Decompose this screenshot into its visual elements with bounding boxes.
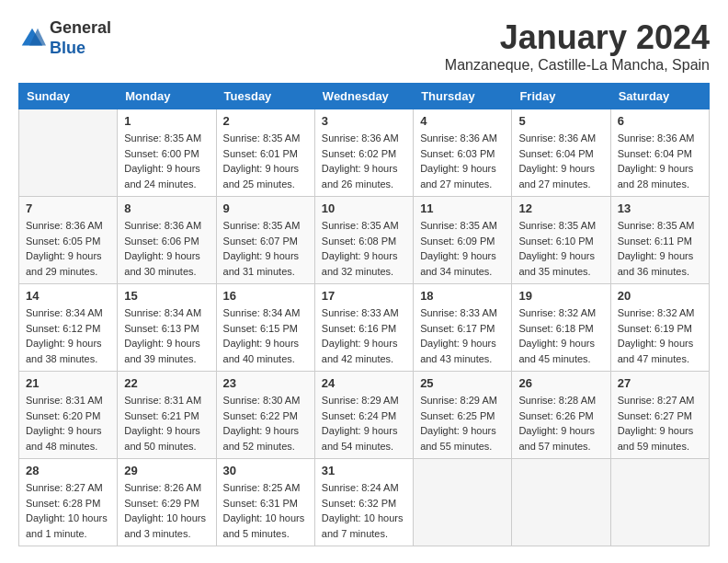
sunrise-text: Sunrise: 8:34 AM (26, 307, 103, 318)
calendar-cell: 7 Sunrise: 8:36 AM Sunset: 6:05 PM Dayli… (19, 197, 118, 284)
sunrise-text: Sunrise: 8:25 AM (223, 482, 301, 493)
calendar-week-row: 14 Sunrise: 8:34 AM Sunset: 6:12 PM Dayl… (19, 284, 710, 372)
logo: General Blue (18, 18, 111, 58)
sunset-text: Sunset: 6:05 PM (26, 236, 100, 247)
day-number: 23 (223, 376, 308, 390)
sunset-text: Sunset: 6:27 PM (618, 410, 692, 421)
day-info: Sunrise: 8:34 AM Sunset: 6:13 PM Dayligh… (124, 305, 209, 366)
sunset-text: Sunset: 6:19 PM (618, 323, 692, 334)
day-info: Sunrise: 8:34 AM Sunset: 6:12 PM Dayligh… (26, 305, 110, 366)
sunset-text: Sunset: 6:16 PM (322, 323, 396, 334)
day-info: Sunrise: 8:32 AM Sunset: 6:19 PM Dayligh… (618, 305, 702, 366)
day-info: Sunrise: 8:35 AM Sunset: 6:09 PM Dayligh… (420, 218, 505, 279)
calendar-cell: 15 Sunrise: 8:34 AM Sunset: 6:13 PM Dayl… (118, 284, 216, 372)
calendar-cell (512, 459, 610, 546)
sunrise-text: Sunrise: 8:36 AM (518, 132, 596, 144)
daylight-text: Daylight: 9 hours and 27 minutes. (518, 163, 595, 190)
day-number: 4 (420, 114, 505, 128)
daylight-text: Daylight: 9 hours and 29 minutes. (26, 250, 102, 277)
sunrise-text: Sunrise: 8:35 AM (420, 220, 497, 231)
daylight-text: Daylight: 9 hours and 57 minutes. (518, 425, 595, 452)
daylight-text: Daylight: 9 hours and 54 minutes. (322, 425, 398, 452)
day-number: 3 (322, 114, 406, 128)
sunrise-text: Sunrise: 8:33 AM (420, 307, 497, 318)
day-number: 31 (322, 464, 406, 477)
calendar-cell (610, 459, 709, 546)
day-number: 5 (518, 114, 603, 128)
sunset-text: Sunset: 6:29 PM (124, 498, 199, 509)
sunrise-text: Sunrise: 8:35 AM (618, 220, 695, 231)
weekday-header: Thursday (414, 84, 512, 109)
daylight-text: Daylight: 9 hours and 48 minutes. (26, 425, 102, 452)
sunset-text: Sunset: 6:09 PM (420, 236, 495, 247)
sunrise-text: Sunrise: 8:35 AM (124, 132, 201, 144)
daylight-text: Daylight: 9 hours and 34 minutes. (420, 250, 496, 277)
sunrise-text: Sunrise: 8:36 AM (322, 132, 399, 144)
sunrise-text: Sunrise: 8:28 AM (518, 395, 596, 406)
day-info: Sunrise: 8:35 AM Sunset: 6:07 PM Dayligh… (223, 218, 308, 279)
sunset-text: Sunset: 6:21 PM (124, 410, 199, 421)
daylight-text: Daylight: 9 hours and 38 minutes. (26, 338, 102, 364)
day-number: 14 (26, 289, 110, 303)
calendar-cell (414, 459, 512, 546)
sunset-text: Sunset: 6:08 PM (322, 236, 396, 247)
weekday-header: Sunday (19, 84, 118, 109)
daylight-text: Daylight: 9 hours and 25 minutes. (223, 163, 300, 190)
day-number: 27 (618, 376, 702, 390)
sunset-text: Sunset: 6:04 PM (518, 148, 593, 159)
day-info: Sunrise: 8:36 AM Sunset: 6:03 PM Dayligh… (420, 131, 505, 191)
sunset-text: Sunset: 6:15 PM (223, 323, 298, 334)
day-info: Sunrise: 8:25 AM Sunset: 6:31 PM Dayligh… (223, 480, 308, 541)
day-number: 25 (420, 376, 505, 390)
day-number: 22 (124, 376, 209, 390)
calendar-cell: 12 Sunrise: 8:35 AM Sunset: 6:10 PM Dayl… (512, 197, 610, 284)
day-info: Sunrise: 8:34 AM Sunset: 6:15 PM Dayligh… (223, 305, 308, 366)
weekday-header: Friday (512, 84, 610, 109)
sunrise-text: Sunrise: 8:29 AM (322, 395, 399, 406)
day-info: Sunrise: 8:36 AM Sunset: 6:02 PM Dayligh… (322, 131, 406, 191)
day-info: Sunrise: 8:24 AM Sunset: 6:32 PM Dayligh… (322, 480, 406, 541)
sunset-text: Sunset: 6:26 PM (518, 410, 593, 421)
calendar-cell: 21 Sunrise: 8:31 AM Sunset: 6:20 PM Dayl… (19, 372, 118, 459)
sunset-text: Sunset: 6:02 PM (322, 148, 396, 159)
day-number: 20 (618, 289, 702, 303)
calendar-week-row: 7 Sunrise: 8:36 AM Sunset: 6:05 PM Dayli… (19, 197, 710, 284)
sunrise-text: Sunrise: 8:35 AM (223, 220, 301, 231)
day-number: 10 (322, 201, 406, 215)
calendar-cell: 9 Sunrise: 8:35 AM Sunset: 6:07 PM Dayli… (216, 197, 314, 284)
sunset-text: Sunset: 6:17 PM (420, 323, 495, 334)
calendar-cell: 26 Sunrise: 8:28 AM Sunset: 6:26 PM Dayl… (512, 372, 610, 459)
sunset-text: Sunset: 6:20 PM (26, 410, 100, 421)
calendar-week-row: 21 Sunrise: 8:31 AM Sunset: 6:20 PM Dayl… (19, 372, 710, 459)
sunrise-text: Sunrise: 8:32 AM (518, 307, 596, 318)
page-header: General Blue January 2024 Manzaneque, Ca… (18, 18, 710, 74)
daylight-text: Daylight: 10 hours and 1 minute. (26, 512, 108, 539)
daylight-text: Daylight: 9 hours and 35 minutes. (518, 250, 595, 277)
calendar-cell: 25 Sunrise: 8:29 AM Sunset: 6:25 PM Dayl… (414, 372, 512, 459)
calendar-cell: 29 Sunrise: 8:26 AM Sunset: 6:29 PM Dayl… (118, 459, 216, 546)
day-number: 12 (518, 201, 603, 215)
daylight-text: Daylight: 9 hours and 24 minutes. (124, 163, 200, 190)
day-number: 30 (223, 464, 308, 477)
sunrise-text: Sunrise: 8:26 AM (124, 482, 201, 493)
day-info: Sunrise: 8:33 AM Sunset: 6:16 PM Dayligh… (322, 305, 406, 366)
title-block: January 2024 Manzaneque, Castille-La Man… (445, 18, 710, 74)
logo-icon (18, 25, 46, 52)
calendar-cell: 8 Sunrise: 8:36 AM Sunset: 6:06 PM Dayli… (118, 197, 216, 284)
day-number: 28 (26, 464, 110, 477)
calendar-cell: 3 Sunrise: 8:36 AM Sunset: 6:02 PM Dayli… (314, 109, 413, 197)
sunrise-text: Sunrise: 8:27 AM (618, 395, 695, 406)
sunset-text: Sunset: 6:13 PM (124, 323, 199, 334)
sunset-text: Sunset: 6:03 PM (420, 148, 495, 159)
day-info: Sunrise: 8:27 AM Sunset: 6:28 PM Dayligh… (26, 480, 110, 541)
calendar-cell (19, 109, 118, 197)
calendar-cell: 19 Sunrise: 8:32 AM Sunset: 6:18 PM Dayl… (512, 284, 610, 372)
calendar-cell: 31 Sunrise: 8:24 AM Sunset: 6:32 PM Dayl… (314, 459, 413, 546)
calendar-cell: 10 Sunrise: 8:35 AM Sunset: 6:08 PM Dayl… (314, 197, 413, 284)
sunrise-text: Sunrise: 8:33 AM (322, 307, 399, 318)
calendar-cell: 4 Sunrise: 8:36 AM Sunset: 6:03 PM Dayli… (414, 109, 512, 197)
day-info: Sunrise: 8:29 AM Sunset: 6:25 PM Dayligh… (420, 393, 505, 454)
daylight-text: Daylight: 9 hours and 45 minutes. (518, 338, 595, 364)
calendar-cell: 13 Sunrise: 8:35 AM Sunset: 6:11 PM Dayl… (610, 197, 709, 284)
logo-blue-text: Blue (50, 39, 111, 59)
